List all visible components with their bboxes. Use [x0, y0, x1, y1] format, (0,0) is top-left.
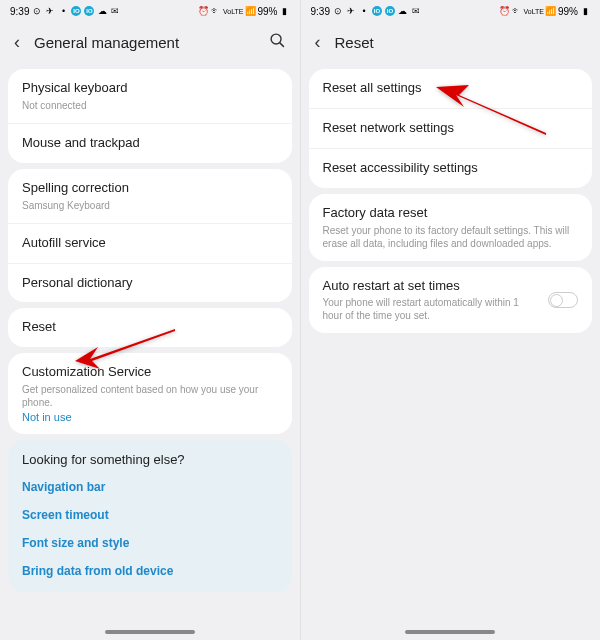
page-title: General management: [34, 34, 255, 51]
home-indicator[interactable]: [405, 630, 495, 634]
row-label: Personal dictionary: [22, 275, 278, 292]
page-title: Reset: [335, 34, 587, 51]
row-label: Reset accessibility settings: [323, 160, 579, 177]
row-dictionary[interactable]: Personal dictionary: [8, 264, 292, 303]
help-link-font[interactable]: Font size and style: [8, 529, 292, 557]
signal-icon: 📶: [245, 6, 255, 16]
app-icon-2: IO: [84, 6, 94, 16]
status-time: 9:39: [10, 6, 29, 17]
help-title: Looking for something else?: [8, 440, 292, 473]
row-reset-accessibility[interactable]: Reset accessibility settings: [309, 149, 593, 188]
dot-icon: •: [359, 6, 369, 16]
row-label: Mouse and trackpad: [22, 135, 278, 152]
row-reset-network[interactable]: Reset network settings: [309, 109, 593, 149]
battery-icon: ▮: [580, 6, 590, 16]
row-factory-reset[interactable]: Factory data reset Reset your phone to i…: [309, 194, 593, 261]
status-bar: 9:39 ⊙ ✈ • IO IO ☁ ✉ ⏰ ᯤ VoLTE 📶 99% ▮: [0, 0, 300, 22]
row-spelling[interactable]: Spelling correction Samsung Keyboard: [8, 169, 292, 224]
row-sublabel: Your phone will restart automatically wi…: [323, 296, 539, 322]
mail-icon: ✉: [411, 6, 421, 16]
content-scroll[interactable]: Physical keyboard Not connected Mouse an…: [0, 63, 300, 624]
svg-point-0: [271, 34, 281, 44]
row-label: Factory data reset: [323, 205, 579, 222]
row-sublabel: Reset your phone to its factory default …: [323, 224, 579, 250]
status-time: 9:39: [311, 6, 330, 17]
telegram-icon: ✈: [346, 6, 356, 16]
app-icon-2: IO: [385, 6, 395, 16]
row-sublabel: Not connected: [22, 99, 278, 112]
volte-icon: VoLTE: [523, 8, 544, 15]
card-reset-options: Reset all settings Reset network setting…: [309, 69, 593, 188]
row-customization[interactable]: Customization Service Get personalized c…: [8, 353, 292, 434]
status-bar: 9:39 ⊙ ✈ • IO IO ☁ ✉ ⏰ ᯤ VoLTE 📶 99% ▮: [301, 0, 601, 22]
volte-icon: VoLTE: [223, 8, 244, 15]
card-factory-reset: Factory data reset Reset your phone to i…: [309, 194, 593, 261]
header: ‹ General management: [0, 22, 300, 63]
card-input-devices: Physical keyboard Not connected Mouse an…: [8, 69, 292, 163]
row-label: Reset all settings: [323, 80, 579, 97]
help-link-bring[interactable]: Bring data from old device: [8, 557, 292, 592]
row-physical-keyboard[interactable]: Physical keyboard Not connected: [8, 69, 292, 124]
wifi-icon: ᯤ: [511, 6, 521, 16]
card-help: Looking for something else? Navigation b…: [8, 440, 292, 592]
alarm-icon: ⏰: [499, 6, 509, 16]
content-scroll[interactable]: Reset all settings Reset network setting…: [301, 63, 601, 624]
battery-percent: 99%: [257, 6, 277, 17]
row-mouse-trackpad[interactable]: Mouse and trackpad: [8, 124, 292, 163]
back-icon[interactable]: ‹: [315, 32, 321, 53]
row-label: Reset network settings: [323, 120, 579, 137]
row-label: Physical keyboard: [22, 80, 278, 97]
row-label: Autofill service: [22, 235, 278, 252]
mail-icon: ✉: [110, 6, 120, 16]
home-indicator[interactable]: [105, 630, 195, 634]
whatsapp-icon: ⊙: [333, 6, 343, 16]
dot-icon: •: [58, 6, 68, 16]
card-text-input: Spelling correction Samsung Keyboard Aut…: [8, 169, 292, 303]
header: ‹ Reset: [301, 22, 601, 63]
telegram-icon: ✈: [45, 6, 55, 16]
screen-general-management: 9:39 ⊙ ✈ • IO IO ☁ ✉ ⏰ ᯤ VoLTE 📶 99% ▮ ‹…: [0, 0, 300, 640]
search-icon[interactable]: [269, 32, 286, 53]
card-auto-restart: Auto restart at set times Your phone wil…: [309, 267, 593, 334]
auto-restart-toggle[interactable]: [548, 292, 578, 308]
row-auto-restart[interactable]: Auto restart at set times Your phone wil…: [309, 267, 593, 334]
row-autofill[interactable]: Autofill service: [8, 224, 292, 264]
signal-icon: 📶: [546, 6, 556, 16]
help-link-nav[interactable]: Navigation bar: [8, 473, 292, 501]
alarm-icon: ⏰: [199, 6, 209, 16]
row-sublabel: Samsung Keyboard: [22, 199, 278, 212]
whatsapp-icon: ⊙: [32, 6, 42, 16]
screen-reset: 9:39 ⊙ ✈ • IO IO ☁ ✉ ⏰ ᯤ VoLTE 📶 99% ▮ ‹…: [300, 0, 601, 640]
app-icon-1: IO: [71, 6, 81, 16]
battery-icon: ▮: [280, 6, 290, 16]
row-label: Reset: [22, 319, 278, 336]
row-reset[interactable]: Reset: [8, 308, 292, 347]
app-icon-1: IO: [372, 6, 382, 16]
back-icon[interactable]: ‹: [14, 32, 20, 53]
wifi-icon: ᯤ: [211, 6, 221, 16]
cloud-icon: ☁: [398, 6, 408, 16]
svg-line-1: [279, 43, 283, 47]
help-link-timeout[interactable]: Screen timeout: [8, 501, 292, 529]
row-status-link: Not in use: [22, 411, 278, 423]
row-sublabel: Get personalized content based on how yo…: [22, 383, 278, 409]
card-reset: Reset: [8, 308, 292, 347]
row-label: Auto restart at set times: [323, 278, 539, 295]
card-customization: Customization Service Get personalized c…: [8, 353, 292, 434]
row-reset-all[interactable]: Reset all settings: [309, 69, 593, 109]
row-label: Customization Service: [22, 364, 278, 381]
row-label: Spelling correction: [22, 180, 278, 197]
battery-percent: 99%: [558, 6, 578, 17]
cloud-icon: ☁: [97, 6, 107, 16]
